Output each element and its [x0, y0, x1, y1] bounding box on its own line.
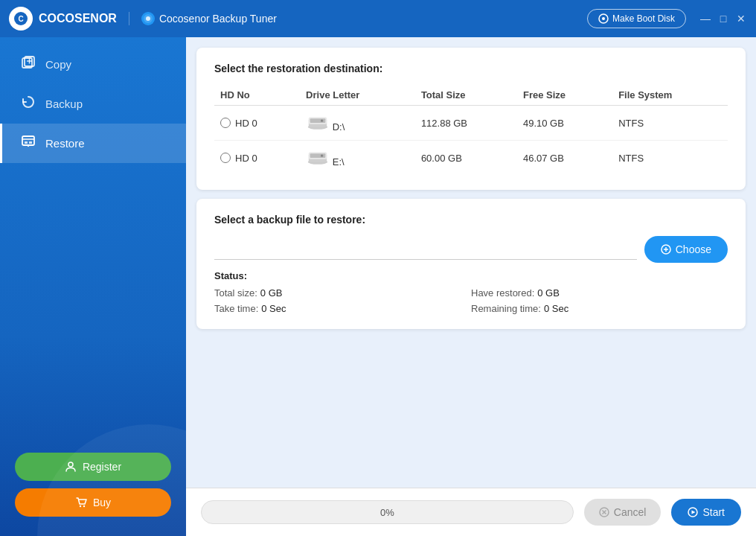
buy-icon [75, 497, 87, 508]
progress-text: 0% [380, 507, 394, 518]
destination-card: Select the restoration destination: HD N… [196, 48, 746, 190]
restore-icon [20, 134, 36, 153]
status-grid: Total size: 0 GB Have restored: 0 GB Tak… [214, 287, 728, 314]
backup-file-input[interactable] [214, 239, 637, 260]
col-hd-no: HD No [214, 85, 300, 106]
destination-card-title: Select the restoration destination: [214, 63, 728, 74]
total-size-1: 60.00 GB [415, 141, 517, 176]
register-label: Register [83, 461, 121, 473]
take-time-value: 0 Sec [261, 303, 286, 314]
status-title: Status: [214, 270, 728, 281]
backup-file-row: Choose [214, 236, 728, 263]
app-title-text: Cocosenor Backup Tuner [159, 13, 277, 25]
backup-file-card: Select a backup file to restore: Choose … [196, 199, 746, 329]
backup-icon [20, 95, 36, 113]
register-button[interactable]: Register [15, 453, 171, 481]
file-system-0: NTFS [612, 106, 728, 141]
free-size-0: 49.10 GB [517, 106, 612, 141]
start-label: Start [702, 506, 725, 518]
drive-radio-0[interactable] [220, 118, 231, 128]
drive-disk-icon-1 [306, 148, 330, 166]
maximize-button[interactable]: □ [717, 13, 729, 25]
window-controls: — □ ✕ [699, 13, 747, 25]
svg-marker-38 [692, 511, 696, 514]
bottom-bar: 0% Cancel Start [186, 488, 756, 536]
copy-label: Copy [45, 58, 71, 71]
boot-disk-label: Make Boot Disk [612, 13, 675, 24]
buy-button[interactable]: Buy [15, 488, 171, 517]
restore-label: Restore [45, 137, 85, 150]
col-file-system: File System [612, 85, 728, 106]
svg-rect-10 [22, 136, 34, 145]
remaining-time-label: Remaining time: [471, 303, 541, 314]
have-restored-label: Have restored: [471, 287, 534, 299]
col-free-size: Free Size [517, 85, 612, 106]
drive-hd-no-1: HD 0 [214, 141, 300, 176]
choose-label: Choose [676, 243, 711, 255]
content-area: Select the restoration destination: HD N… [186, 37, 756, 488]
file-system-1: NTFS [612, 141, 728, 176]
svg-rect-13 [29, 141, 32, 144]
drive-hd-no-0: HD 0 [214, 106, 300, 141]
copy-icon [20, 55, 36, 74]
sidebar-item-restore[interactable]: Restore [0, 124, 186, 163]
drive-table: HD No Drive Letter Total Size Free Size … [214, 85, 728, 175]
sidebar: Copy Backup Rest [0, 37, 186, 536]
svg-point-5 [602, 17, 605, 20]
cancel-label: Cancel [614, 506, 647, 518]
col-total-size: Total Size [415, 85, 517, 106]
svg-text:C: C [18, 15, 23, 23]
status-section: Status: Total size: 0 GB Have restored: … [214, 270, 728, 314]
drive-radio-1[interactable] [220, 153, 231, 163]
remaining-time-value: 0 Sec [544, 303, 568, 314]
total-size-0: 112.88 GB [415, 106, 517, 141]
backup-label: Backup [45, 98, 83, 110]
progress-bar: 0% [201, 500, 574, 524]
sidebar-bottom: Register Buy [0, 441, 186, 529]
app-title-icon [141, 12, 155, 25]
disk-icon [598, 13, 609, 24]
drive-letter-0: D:\ [300, 106, 415, 141]
total-size-value: 0 GB [260, 287, 283, 299]
minimize-button[interactable]: — [699, 13, 711, 25]
col-drive-letter: Drive Letter [300, 85, 415, 106]
svg-point-3 [146, 16, 150, 21]
register-icon [65, 461, 77, 473]
svg-point-16 [68, 462, 73, 467]
svg-point-17 [80, 505, 81, 507]
have-restored-item: Have restored: 0 GB [471, 287, 728, 299]
start-button[interactable]: Start [671, 499, 741, 526]
title-bar: C COCOSENOR Cocosenor Backup Tuner Make … [0, 0, 756, 37]
remaining-time-item: Remaining time: 0 Sec [471, 303, 728, 314]
app-title-area: Cocosenor Backup Tuner [129, 12, 277, 25]
make-boot-disk-button[interactable]: Make Boot Disk [587, 9, 686, 28]
svg-point-18 [83, 505, 85, 507]
main-layout: Copy Backup Rest [0, 37, 756, 536]
cancel-icon [599, 507, 609, 517]
drive-disk-icon-0 [306, 113, 330, 131]
svg-rect-12 [25, 141, 28, 144]
choose-button[interactable]: Choose [644, 236, 728, 263]
have-restored-value: 0 GB [537, 287, 560, 299]
start-icon [688, 507, 698, 517]
svg-point-30 [321, 155, 323, 156]
take-time-label: Take time: [214, 303, 258, 314]
title-bar-right: Make Boot Disk — □ ✕ [587, 9, 747, 28]
sidebar-item-copy[interactable]: Copy [0, 45, 186, 84]
close-button[interactable]: ✕ [735, 13, 747, 25]
drive-letter-1: E:\ [300, 141, 415, 176]
total-size-item: Total size: 0 GB [214, 287, 471, 299]
free-size-1: 46.07 GB [517, 141, 612, 176]
total-size-label: Total size: [214, 287, 257, 299]
choose-plus-icon [661, 244, 671, 255]
backup-file-card-title: Select a backup file to restore: [214, 214, 728, 226]
sidebar-item-backup[interactable]: Backup [0, 84, 186, 124]
logo-text: COCOSENOR [39, 12, 117, 25]
logo-area: C COCOSENOR [9, 7, 117, 31]
logo-icon: C [9, 7, 33, 31]
cancel-button[interactable]: Cancel [584, 499, 662, 526]
take-time-item: Take time: 0 Sec [214, 303, 471, 314]
title-bar-left: C COCOSENOR Cocosenor Backup Tuner [9, 7, 277, 31]
buy-label: Buy [93, 497, 111, 508]
svg-point-24 [321, 120, 323, 121]
